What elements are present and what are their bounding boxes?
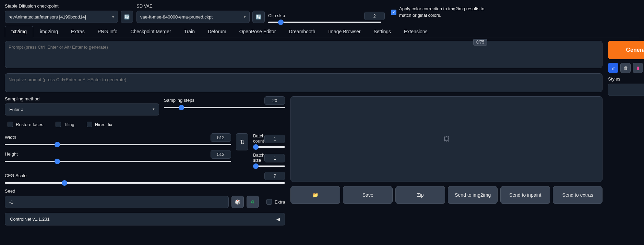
image-placeholder-icon: 🖼 [443, 136, 450, 143]
batch-size-label: Batch size [253, 152, 264, 163]
checkpoint-label: Stable Diffusion checkpoint [5, 3, 133, 9]
card-icon: ▮ [637, 65, 639, 71]
hires-fix-label: Hires. fix [95, 122, 112, 127]
tab-openpose[interactable]: OpenPose Editor [233, 26, 283, 37]
height-slider[interactable] [5, 161, 231, 162]
color-correction-checkbox[interactable] [391, 10, 396, 15]
tiling-checkbox[interactable] [56, 122, 61, 127]
dice-icon: 🎲 [235, 199, 240, 205]
batch-size-value[interactable]: 1 [264, 154, 285, 162]
sampling-steps-slider[interactable] [164, 107, 285, 108]
vae-select[interactable]: vae-ft-mse-840000-ema-pruned.ckpt [136, 11, 250, 23]
hires-fix-checkbox[interactable] [87, 122, 92, 127]
width-label: Width [5, 135, 16, 140]
output-image-preview: 🖼 [290, 96, 603, 182]
batch-size-slider[interactable] [253, 166, 285, 167]
arrow-icon: ↙ [611, 65, 615, 71]
restore-faces-checkbox[interactable] [8, 122, 13, 127]
generate-button[interactable]: Generate [608, 41, 644, 59]
tab-dreambooth[interactable]: Dreambooth [282, 26, 322, 37]
controlnet-label: ControlNet v1.1.231 [10, 217, 50, 222]
extra-networks-button[interactable]: ▮ [633, 63, 643, 73]
tab-txt2img[interactable]: txt2img [5, 26, 33, 37]
tab-train[interactable]: Train [178, 26, 201, 37]
checkpoint-value: revAnimated.safetensors [4199bcdd14] [9, 14, 86, 20]
vae-value: vae-ft-mse-840000-ema-pruned.ckpt [140, 14, 213, 20]
cfg-label: CFG Scale [5, 173, 27, 178]
recycle-icon: ♻ [251, 199, 255, 205]
tab-settings[interactable]: Settings [367, 26, 398, 37]
tab-extensions[interactable]: Extensions [397, 26, 434, 37]
zip-button[interactable]: Zip [395, 186, 445, 204]
sampling-method-select[interactable]: Euler a [5, 103, 159, 115]
clear-prompt-button[interactable]: 🗑 [620, 63, 631, 73]
seed-label: Seed [5, 188, 285, 194]
send-inpaint-button[interactable]: Send to inpaint [500, 186, 550, 204]
clip-skip-value[interactable]: 2 [364, 12, 385, 20]
caret-left-icon: ◀ [276, 217, 280, 222]
main-tabs: txt2img img2img Extras PNG Info Checkpoi… [5, 26, 639, 37]
controlnet-accordion[interactable]: ControlNet v1.1.231 ◀ [5, 213, 285, 225]
token-counter: 0/75 [473, 39, 487, 46]
seed-extra-label: Extra [275, 199, 285, 205]
swap-dimensions-button[interactable]: ⇅ [236, 133, 248, 150]
seed-reuse-button[interactable]: ♻ [247, 196, 259, 208]
width-slider[interactable] [5, 144, 231, 145]
send-img2img-button[interactable]: Send to img2img [448, 186, 498, 204]
tab-img2img[interactable]: img2img [33, 26, 64, 37]
tab-extras[interactable]: Extras [64, 26, 91, 37]
batch-count-value[interactable]: 1 [264, 135, 285, 143]
trash-icon: 🗑 [623, 65, 628, 71]
tab-image-browser[interactable]: Image Browser [322, 26, 367, 37]
width-value[interactable]: 512 [211, 133, 231, 142]
sampling-steps-label: Sampling steps [164, 98, 194, 103]
checkpoint-refresh-button[interactable]: 🔄 [121, 11, 133, 23]
refresh-icon: 🔄 [124, 14, 130, 20]
vae-refresh-button[interactable]: 🔄 [252, 11, 265, 23]
clip-skip-slider[interactable] [268, 22, 381, 23]
tab-checkpoint-merger[interactable]: Checkpoint Merger [124, 26, 177, 37]
seed-extra-checkbox[interactable] [266, 199, 272, 205]
negative-prompt-input[interactable] [5, 73, 603, 92]
send-extras-button[interactable]: Send to extras [553, 186, 603, 204]
batch-count-slider[interactable] [253, 146, 285, 148]
seed-input[interactable] [5, 196, 229, 208]
interrogate-button[interactable]: ↙ [608, 63, 618, 73]
clip-skip-label: Clip skip [268, 13, 285, 18]
color-correction-label: Apply color correction to img2img result… [399, 6, 495, 18]
height-label: Height [5, 151, 18, 157]
seed-random-button[interactable]: 🎲 [231, 196, 244, 208]
tab-pnginfo[interactable]: PNG Info [91, 26, 124, 37]
open-folder-button[interactable]: 📁 [290, 186, 340, 204]
sampling-steps-value[interactable]: 20 [264, 96, 285, 105]
folder-icon: 📁 [312, 192, 318, 198]
tiling-label: Tiling [64, 122, 74, 127]
styles-select[interactable]: × ▾ [608, 84, 644, 96]
batch-count-label: Batch count [253, 133, 264, 144]
save-button[interactable]: Save [343, 186, 393, 204]
prompt-input[interactable] [5, 41, 603, 68]
cfg-value[interactable]: 7 [264, 172, 285, 180]
height-value[interactable]: 512 [211, 150, 231, 159]
refresh-icon: 🔄 [256, 14, 261, 20]
sampling-method-label: Sampling method [5, 96, 159, 101]
cfg-slider[interactable] [5, 182, 285, 184]
vae-label: SD VAE [136, 3, 265, 9]
swap-icon: ⇅ [240, 139, 245, 145]
sampling-method-value: Euler a [9, 107, 23, 112]
checkpoint-select[interactable]: revAnimated.safetensors [4199bcdd14] [5, 11, 118, 23]
styles-label: Styles [608, 76, 644, 82]
tab-deforum[interactable]: Deforum [201, 26, 233, 37]
restore-faces-label: Restore faces [16, 122, 43, 127]
